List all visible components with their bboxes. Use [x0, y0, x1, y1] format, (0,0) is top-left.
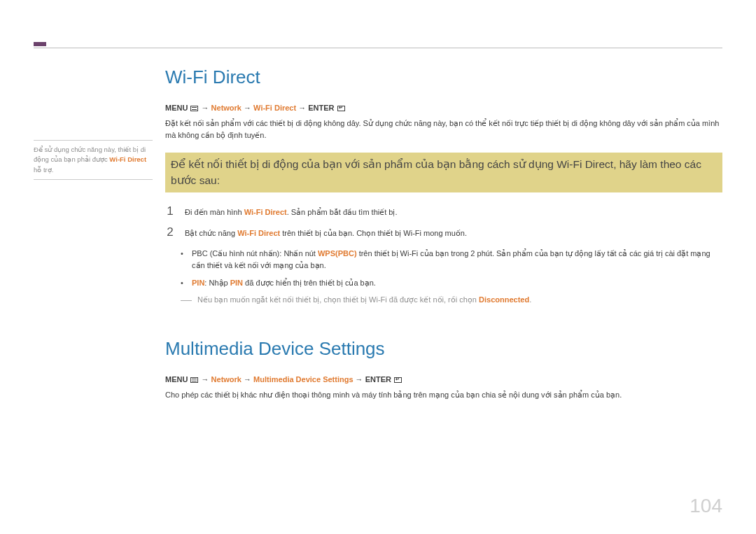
breadcrumb-wifi-direct: MENU → Network → Wi-Fi Direct → ENTER [165, 104, 722, 112]
breadcrumb-menu-label: MENU [165, 104, 188, 112]
step-1-highlight: Wi-Fi Direct [244, 208, 287, 216]
breadcrumb-arrow-3: → [296, 104, 308, 112]
menu-icon [190, 377, 198, 383]
multimedia-body: Cho phép các thiết bị khác như điện thoạ… [165, 389, 722, 401]
breadcrumb2-arrow-2: → [241, 375, 253, 384]
page-number: 104 [690, 495, 722, 517]
sidebar-note: Để sử dụng chức năng này, thiết bị di độ… [34, 66, 153, 412]
breadcrumb2-arrow-3: → [354, 375, 365, 384]
step-2: 2 Bật chức năng Wi-Fi Direct trên thiết … [165, 226, 722, 239]
footnote-disconnect: Nếu bạn muốn ngắt kết nối thiết bị, chọn… [165, 295, 722, 304]
step-2-suffix: trên thiết bị của bạn. Chọn thiết bị Wi-… [280, 229, 467, 237]
step-2-number: 2 [165, 226, 175, 239]
callout-steps-intro: Để kết nối thiết bị di động của bạn với … [165, 153, 722, 192]
sidebar-note-body: Để sử dụng chức năng này, thiết bị di độ… [34, 140, 153, 180]
breadcrumb2-mds: Multimedia Device Settings [253, 375, 353, 384]
bullet-dot-1: • [181, 248, 185, 272]
breadcrumb-arrow-1: → [202, 104, 211, 112]
breadcrumb-network: Network [211, 104, 241, 112]
heading-multimedia: Multimedia Device Settings [165, 338, 722, 360]
breadcrumb2-enter-label: ENTER [365, 375, 391, 384]
header-accent [34, 42, 46, 46]
step-1: 1 Đi đến màn hình Wi-Fi Direct. Sản phẩm… [165, 205, 722, 218]
step-1-prefix: Đi đến màn hình [185, 208, 244, 216]
header-rule [34, 48, 722, 48]
section-wifi-direct: Wi-Fi Direct MENU → Network → Wi-Fi Dire… [165, 66, 722, 304]
bullet-pin: • PIN: Nhập PIN đã được hiển thị trên th… [181, 277, 722, 290]
breadcrumb-wifidirect: Wi-Fi Direct [253, 104, 296, 112]
breadcrumb-enter-label: ENTER [308, 104, 334, 112]
footnote-body: Nếu bạn muốn ngắt kết nối thiết bị, chọn… [197, 295, 531, 304]
breadcrumb2-menu-label: MENU [165, 375, 188, 384]
breadcrumb2-network: Network [211, 375, 241, 384]
section-multimedia-device-settings: Multimedia Device Settings MENU → Networ… [165, 338, 722, 401]
bullet-pin-mid: : Nhập [204, 279, 230, 287]
step-1-body: Đi đến màn hình Wi-Fi Direct. Sản phẩm b… [185, 205, 722, 218]
breadcrumb2-arrow-1: → [202, 375, 211, 384]
footnote-dash-icon [181, 300, 192, 304]
steps-list: 1 Đi đến màn hình Wi-Fi Direct. Sản phẩm… [165, 205, 722, 239]
bullet-pin-body: PIN: Nhập PIN đã được hiển thị trên thiế… [192, 277, 376, 290]
heading-wifi-direct: Wi-Fi Direct [165, 66, 722, 88]
main-column: Wi-Fi Direct MENU → Network → Wi-Fi Dire… [165, 66, 722, 412]
step-1-number: 1 [165, 205, 175, 218]
breadcrumb-multimedia: MENU → Network → Multimedia Device Setti… [165, 375, 722, 384]
sub-bullets: • PBC (Cấu hình nút nhấn): Nhấn nút WPS(… [165, 248, 722, 290]
bullet-pbc-body: PBC (Cấu hình nút nhấn): Nhấn nút WPS(PB… [192, 248, 722, 272]
footnote-suffix: . [529, 295, 531, 304]
sidebar-note-highlight: Wi-Fi Direct [109, 155, 146, 163]
bullet-pbc-highlight: WPS(PBC) [318, 249, 357, 258]
step-2-highlight: Wi-Fi Direct [237, 229, 280, 237]
step-2-prefix: Bật chức năng [185, 229, 237, 237]
bullet-dot-2: • [181, 277, 185, 290]
enter-icon [337, 106, 345, 111]
bullet-pin-suffix: đã được hiển thị trên thiết bị của bạn. [243, 279, 376, 287]
page-content: Để sử dụng chức năng này, thiết bị di độ… [34, 66, 722, 412]
bullet-pin-hl2: PIN [230, 279, 243, 287]
bullet-pin-hl1: PIN [192, 279, 204, 287]
menu-icon [190, 106, 198, 111]
breadcrumb-arrow-2: → [241, 104, 253, 112]
intro-text: Đặt kết nối sản phẩm với các thiết bị di… [165, 118, 722, 141]
footnote-prefix: Nếu bạn muốn ngắt kết nối thiết bị, chọn… [197, 295, 479, 304]
step-1-suffix: . Sản phẩm bắt đầu tìm thiết bị. [287, 208, 398, 216]
sidebar-note-suffix: hỗ trợ. [34, 166, 53, 174]
footnote-highlight: Disconnected [479, 295, 529, 304]
bullet-pbc: • PBC (Cấu hình nút nhấn): Nhấn nút WPS(… [181, 248, 722, 272]
enter-icon [394, 377, 402, 383]
bullet-pbc-prefix: PBC (Cấu hình nút nhấn): Nhấn nút [192, 249, 318, 258]
step-2-body: Bật chức năng Wi-Fi Direct trên thiết bị… [185, 226, 722, 239]
